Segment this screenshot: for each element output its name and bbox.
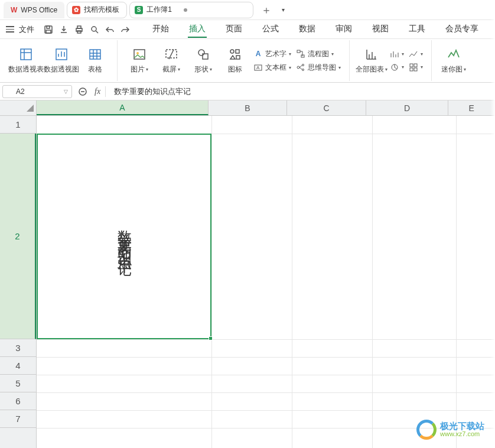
tab-member[interactable]: 会员专享: [444, 21, 480, 38]
chart-type-more[interactable]: ▾: [409, 63, 423, 72]
col-header-B[interactable]: B: [209, 100, 288, 115]
picture-button[interactable]: 图片▾: [123, 41, 155, 80]
fill-handle[interactable]: [209, 336, 213, 340]
shape-icon: [196, 47, 211, 62]
row-header-2[interactable]: 2: [0, 134, 36, 339]
chevron-down-icon: ▾: [331, 51, 334, 57]
tab-view[interactable]: 视图: [371, 21, 390, 38]
textbox-button[interactable]: A 文本框 ▾: [253, 63, 291, 73]
row-header-5[interactable]: 5: [0, 375, 36, 392]
col-header-D[interactable]: D: [366, 100, 448, 115]
print-icon[interactable]: [72, 22, 86, 37]
icon-lib-icon: [227, 47, 243, 62]
pivot-chart-label: 数据透视图: [44, 64, 79, 74]
tab-data[interactable]: 数据: [298, 21, 317, 38]
select-all-corner[interactable]: [0, 100, 37, 116]
shape-button[interactable]: 形状▾: [187, 41, 219, 80]
flowchart-icon: [296, 49, 305, 59]
sparkline-button[interactable]: 迷你图▾: [438, 41, 470, 80]
watermark: 极光下载站 www.xz7.com: [416, 420, 484, 440]
textbox-label: 文本框: [265, 63, 286, 73]
row-header-7[interactable]: 7: [0, 410, 36, 428]
name-box[interactable]: A2 ▽: [2, 85, 72, 98]
chevron-down-icon: ▾: [402, 64, 404, 70]
pivot-table-button[interactable]: 数据透视表: [8, 41, 44, 80]
screenshot-label: 截屏: [162, 64, 177, 74]
wordart-button[interactable]: A 艺术字 ▾: [253, 49, 291, 59]
cell-A2[interactable]: 数学重要的知识点牢记: [37, 134, 211, 339]
file-menu[interactable]: 文件: [19, 24, 34, 35]
row-header-4[interactable]: 4: [0, 357, 36, 375]
svg-rect-19: [297, 50, 300, 53]
print-preview-icon[interactable]: [87, 22, 102, 37]
tab-template-label: 找稻壳模板: [84, 5, 119, 15]
chart-type-line[interactable]: ▾: [409, 50, 423, 59]
picture-label: 图片: [131, 64, 145, 74]
column-headers: A B C D E: [37, 100, 495, 116]
pivot-table-label: 数据透视表: [8, 64, 44, 74]
title-tab-bar: W WPS Office ✿ 找稻壳模板 S 工作簿1 ＋ ▾: [0, 0, 495, 20]
formula-input[interactable]: [110, 87, 493, 96]
cell-A2-value: 数学重要的知识点牢记: [114, 219, 134, 254]
chart-type-pie[interactable]: ▾: [390, 63, 404, 72]
tab-workbook[interactable]: S 工作簿1: [129, 2, 253, 18]
svg-rect-28: [414, 68, 417, 71]
row-headers: 1 2 3 4 5 6 7: [0, 116, 37, 448]
chevron-down-icon: ▾: [146, 67, 148, 72]
svg-point-15: [230, 50, 234, 53]
export-icon[interactable]: [57, 22, 71, 37]
chevron-down-icon: ▾: [289, 65, 291, 70]
col-header-C[interactable]: C: [287, 100, 366, 115]
app-tab-label: WPS Office: [21, 6, 57, 14]
mindmap-icon: [296, 63, 305, 72]
svg-point-6: [92, 27, 96, 31]
icon-button[interactable]: 图标: [219, 41, 251, 80]
more-chart-icon: [409, 63, 418, 72]
chevron-down-icon: ▾: [338, 65, 341, 70]
textbox-icon: A: [253, 63, 263, 72]
chevron-down-icon: ▾: [421, 64, 423, 70]
tab-page[interactable]: 页面: [224, 21, 243, 38]
pivot-chart-icon: [54, 47, 69, 62]
svg-rect-2: [46, 30, 51, 33]
chevron-down-icon: ▾: [289, 51, 291, 57]
watermark-line1: 极光下载站: [440, 421, 484, 431]
pie-chart-icon: [390, 63, 399, 72]
hamburger-menu-icon[interactable]: [4, 23, 17, 36]
pivot-chart-button[interactable]: 数据透视图: [44, 41, 79, 80]
screenshot-button[interactable]: 截屏▾: [155, 41, 187, 80]
fx-icon[interactable]: fx: [95, 87, 100, 96]
col-header-A[interactable]: A: [37, 100, 209, 115]
new-tab-button[interactable]: ＋: [259, 3, 273, 17]
redo-icon[interactable]: [118, 22, 132, 37]
tab-template-store[interactable]: ✿ 找稻壳模板: [67, 2, 127, 18]
shape-label: 形状: [194, 64, 209, 74]
tab-start[interactable]: 开始: [151, 21, 170, 38]
cancel-formula-icon[interactable]: [76, 85, 90, 99]
spreadsheet-icon: S: [135, 6, 143, 14]
col-header-E[interactable]: E: [448, 100, 495, 115]
svg-rect-5: [77, 31, 81, 33]
save-icon[interactable]: [41, 22, 56, 37]
tab-formula[interactable]: 公式: [261, 21, 280, 38]
unsaved-dot-icon: [184, 8, 187, 12]
svg-point-11: [136, 52, 139, 54]
tab-tools[interactable]: 工具: [408, 21, 426, 38]
pivot-table-icon: [18, 47, 34, 62]
tab-review[interactable]: 审阅: [334, 21, 353, 38]
table-button[interactable]: 表格: [79, 41, 111, 80]
chart-type-bar[interactable]: ▾: [390, 50, 404, 59]
wordart-label: 艺术字: [265, 49, 286, 59]
app-tab-wps[interactable]: W WPS Office: [4, 2, 64, 18]
tab-list-dropdown[interactable]: ▾: [276, 3, 290, 17]
undo-icon[interactable]: [103, 22, 117, 37]
tab-insert[interactable]: 插入: [188, 21, 207, 38]
row-header-6[interactable]: 6: [0, 392, 36, 410]
formula-bar: A2 ▽ fx: [0, 83, 495, 100]
row-header-3[interactable]: 3: [0, 339, 36, 357]
row-header-1[interactable]: 1: [0, 116, 36, 134]
cells-area[interactable]: 数学重要的知识点牢记: [37, 116, 495, 448]
all-charts-button[interactable]: 全部图表▾: [356, 41, 387, 80]
flowchart-button[interactable]: 流程图 ▾: [296, 49, 341, 59]
mindmap-button[interactable]: 思维导图 ▾: [296, 63, 341, 73]
